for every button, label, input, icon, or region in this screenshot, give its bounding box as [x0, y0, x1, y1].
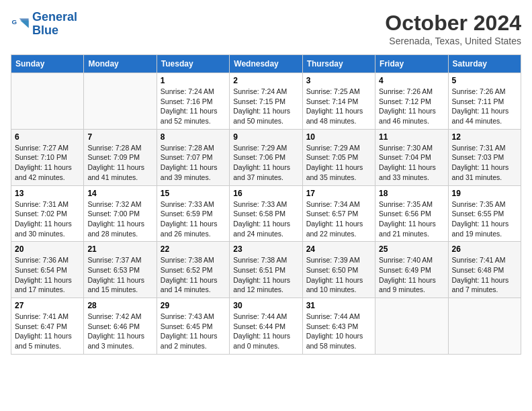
day-detail: Sunrise: 7:33 AM Sunset: 6:58 PM Dayligh…: [233, 199, 298, 239]
day-cell: 3Sunrise: 7:25 AM Sunset: 7:14 PM Daylig…: [302, 73, 375, 130]
day-cell: 17Sunrise: 7:34 AM Sunset: 6:57 PM Dayli…: [302, 185, 375, 242]
header-cell-thursday: Thursday: [302, 55, 375, 73]
day-detail: Sunrise: 7:26 AM Sunset: 7:11 PM Dayligh…: [452, 87, 517, 126]
day-cell: 9Sunrise: 7:29 AM Sunset: 7:06 PM Daylig…: [230, 129, 302, 185]
day-cell: 14Sunrise: 7:32 AM Sunset: 7:00 PM Dayli…: [84, 185, 157, 242]
day-number: 29: [161, 301, 226, 310]
day-number: 28: [87, 301, 152, 310]
day-cell: 8Sunrise: 7:28 AM Sunset: 7:07 PM Daylig…: [157, 129, 229, 185]
day-cell: 18Sunrise: 7:35 AM Sunset: 6:56 PM Dayli…: [375, 185, 448, 242]
day-number: 18: [379, 189, 444, 198]
day-number: 10: [306, 132, 371, 142]
day-detail: Sunrise: 7:38 AM Sunset: 6:51 PM Dayligh…: [233, 255, 298, 295]
day-number: 15: [161, 189, 226, 198]
day-number: 2: [233, 76, 298, 85]
day-cell: 23Sunrise: 7:38 AM Sunset: 6:51 PM Dayli…: [230, 242, 302, 298]
day-cell: 27Sunrise: 7:41 AM Sunset: 6:47 PM Dayli…: [11, 298, 84, 355]
day-number: 11: [379, 132, 444, 142]
day-number: 25: [379, 244, 444, 254]
logo-icon: G: [11, 15, 30, 34]
day-number: 17: [306, 189, 371, 198]
day-detail: Sunrise: 7:35 AM Sunset: 6:55 PM Dayligh…: [452, 199, 517, 239]
day-cell: 20Sunrise: 7:36 AM Sunset: 6:54 PM Dayli…: [11, 242, 84, 298]
day-cell: 26Sunrise: 7:41 AM Sunset: 6:48 PM Dayli…: [448, 242, 521, 298]
day-number: 24: [306, 244, 371, 254]
header-cell-monday: Monday: [84, 55, 157, 73]
logo: G General Blue: [11, 11, 77, 38]
day-cell: 12Sunrise: 7:31 AM Sunset: 7:03 PM Dayli…: [448, 129, 521, 185]
day-cell: 16Sunrise: 7:33 AM Sunset: 6:58 PM Dayli…: [230, 185, 302, 242]
header-cell-sunday: Sunday: [11, 55, 84, 73]
header-cell-tuesday: Tuesday: [157, 55, 229, 73]
calendar-header: SundayMondayTuesdayWednesdayThursdayFrid…: [11, 55, 521, 73]
day-cell: 10Sunrise: 7:29 AM Sunset: 7:05 PM Dayli…: [302, 129, 375, 185]
day-cell: 29Sunrise: 7:43 AM Sunset: 6:45 PM Dayli…: [157, 298, 229, 355]
day-cell: 15Sunrise: 7:33 AM Sunset: 6:59 PM Dayli…: [157, 185, 229, 242]
day-cell: 31Sunrise: 7:44 AM Sunset: 6:43 PM Dayli…: [302, 298, 375, 355]
svg-marker-2: [20, 20, 29, 28]
day-detail: Sunrise: 7:31 AM Sunset: 7:03 PM Dayligh…: [452, 143, 517, 183]
day-number: 27: [15, 301, 80, 310]
day-cell: [11, 73, 84, 130]
day-number: 31: [306, 301, 371, 310]
day-cell: 13Sunrise: 7:31 AM Sunset: 7:02 PM Dayli…: [11, 185, 84, 242]
day-cell: 28Sunrise: 7:42 AM Sunset: 6:46 PM Dayli…: [84, 298, 157, 355]
day-detail: Sunrise: 7:29 AM Sunset: 7:05 PM Dayligh…: [306, 143, 371, 183]
day-detail: Sunrise: 7:35 AM Sunset: 6:56 PM Dayligh…: [379, 199, 444, 239]
day-cell: 25Sunrise: 7:40 AM Sunset: 6:49 PM Dayli…: [375, 242, 448, 298]
day-detail: Sunrise: 7:31 AM Sunset: 7:02 PM Dayligh…: [15, 199, 80, 239]
day-cell: [448, 298, 521, 355]
day-cell: 6Sunrise: 7:27 AM Sunset: 7:10 PM Daylig…: [11, 129, 84, 185]
day-detail: Sunrise: 7:38 AM Sunset: 6:52 PM Dayligh…: [161, 255, 226, 295]
day-detail: Sunrise: 7:26 AM Sunset: 7:12 PM Dayligh…: [379, 87, 444, 126]
calendar-body: 1Sunrise: 7:24 AM Sunset: 7:16 PM Daylig…: [11, 73, 521, 355]
day-cell: 19Sunrise: 7:35 AM Sunset: 6:55 PM Dayli…: [448, 185, 521, 242]
day-number: 26: [452, 244, 517, 254]
day-number: 30: [233, 301, 298, 310]
day-cell: 30Sunrise: 7:44 AM Sunset: 6:44 PM Dayli…: [230, 298, 302, 355]
header-cell-friday: Friday: [375, 55, 448, 73]
calendar-table: SundayMondayTuesdayWednesdayThursdayFrid…: [11, 54, 521, 355]
page-header: G General Blue October 2024 Serenada, Te…: [11, 11, 521, 46]
day-detail: Sunrise: 7:37 AM Sunset: 6:53 PM Dayligh…: [87, 255, 152, 295]
day-detail: Sunrise: 7:28 AM Sunset: 7:07 PM Dayligh…: [161, 143, 226, 183]
week-row-4: 20Sunrise: 7:36 AM Sunset: 6:54 PM Dayli…: [11, 242, 521, 298]
day-number: 23: [233, 244, 298, 254]
day-detail: Sunrise: 7:39 AM Sunset: 6:50 PM Dayligh…: [306, 255, 371, 295]
day-number: 8: [161, 132, 226, 142]
day-cell: 5Sunrise: 7:26 AM Sunset: 7:11 PM Daylig…: [448, 73, 521, 130]
day-cell: 21Sunrise: 7:37 AM Sunset: 6:53 PM Dayli…: [84, 242, 157, 298]
header-cell-saturday: Saturday: [448, 55, 521, 73]
calendar-title: October 2024: [385, 11, 521, 36]
week-row-1: 1Sunrise: 7:24 AM Sunset: 7:16 PM Daylig…: [11, 73, 521, 130]
day-number: 13: [15, 189, 80, 198]
day-detail: Sunrise: 7:33 AM Sunset: 6:59 PM Dayligh…: [161, 199, 226, 239]
day-detail: Sunrise: 7:41 AM Sunset: 6:48 PM Dayligh…: [452, 255, 517, 295]
day-number: 7: [87, 132, 152, 142]
day-cell: 22Sunrise: 7:38 AM Sunset: 6:52 PM Dayli…: [157, 242, 229, 298]
day-number: 21: [87, 244, 152, 254]
day-detail: Sunrise: 7:44 AM Sunset: 6:44 PM Dayligh…: [233, 312, 298, 351]
day-number: 1: [161, 76, 226, 85]
day-number: 5: [452, 76, 517, 85]
title-block: October 2024 Serenada, Texas, United Sta…: [385, 11, 521, 46]
day-detail: Sunrise: 7:36 AM Sunset: 6:54 PM Dayligh…: [15, 255, 80, 295]
day-cell: 2Sunrise: 7:24 AM Sunset: 7:15 PM Daylig…: [230, 73, 302, 130]
day-number: 14: [87, 189, 152, 198]
week-row-5: 27Sunrise: 7:41 AM Sunset: 6:47 PM Dayli…: [11, 298, 521, 355]
day-cell: 4Sunrise: 7:26 AM Sunset: 7:12 PM Daylig…: [375, 73, 448, 130]
day-number: 20: [15, 244, 80, 254]
day-detail: Sunrise: 7:41 AM Sunset: 6:47 PM Dayligh…: [15, 312, 80, 351]
day-number: 19: [452, 189, 517, 198]
day-cell: 1Sunrise: 7:24 AM Sunset: 7:16 PM Daylig…: [157, 73, 229, 130]
day-number: 3: [306, 76, 371, 85]
day-number: 12: [452, 132, 517, 142]
day-number: 9: [233, 132, 298, 142]
day-cell: 24Sunrise: 7:39 AM Sunset: 6:50 PM Dayli…: [302, 242, 375, 298]
day-detail: Sunrise: 7:44 AM Sunset: 6:43 PM Dayligh…: [306, 312, 371, 351]
day-detail: Sunrise: 7:43 AM Sunset: 6:45 PM Dayligh…: [161, 312, 226, 351]
day-cell: 11Sunrise: 7:30 AM Sunset: 7:04 PM Dayli…: [375, 129, 448, 185]
day-detail: Sunrise: 7:30 AM Sunset: 7:04 PM Dayligh…: [379, 143, 444, 183]
day-detail: Sunrise: 7:24 AM Sunset: 7:15 PM Dayligh…: [233, 87, 298, 126]
day-detail: Sunrise: 7:25 AM Sunset: 7:14 PM Dayligh…: [306, 87, 371, 126]
